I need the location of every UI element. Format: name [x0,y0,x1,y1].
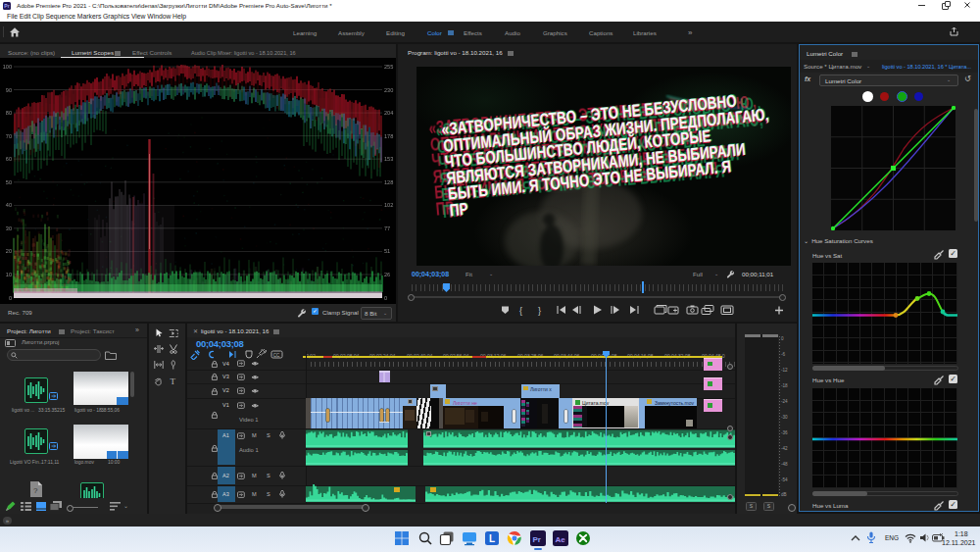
svg-text:51: 51 [384,248,390,254]
svg-text:100: 100 [3,64,12,70]
svg-text:70: 70 [6,133,12,139]
svg-text:178: 178 [384,133,393,139]
svg-text:0: 0 [384,295,387,301]
svg-text:20: 20 [6,248,12,254]
svg-text:T: T [171,376,176,386]
svg-text:77: 77 [384,226,390,231]
svg-text:128: 128 [384,179,393,185]
svg-text:{: { [519,306,522,316]
svg-text:40: 40 [6,202,12,208]
svg-text:50: 50 [6,179,12,185]
svg-text:10: 10 [6,272,12,277]
svg-text:80: 80 [6,110,12,116]
svg-text:0: 0 [9,295,12,301]
svg-text:255: 255 [384,64,393,70]
svg-text:90: 90 [6,87,12,93]
svg-text:L: L [489,533,495,544]
svg-text:60: 60 [6,156,12,162]
svg-text:204: 204 [384,110,393,116]
svg-text:230: 230 [384,87,393,93]
svg-text:102: 102 [384,202,393,208]
svg-text:Ae: Ae [556,535,566,544]
svg-text:26: 26 [384,272,390,277]
svg-text:?: ? [33,486,38,495]
svg-text:Pr: Pr [533,535,541,544]
svg-text:153: 153 [384,156,393,162]
svg-text:30: 30 [6,226,12,231]
svg-text:}: } [538,306,541,316]
